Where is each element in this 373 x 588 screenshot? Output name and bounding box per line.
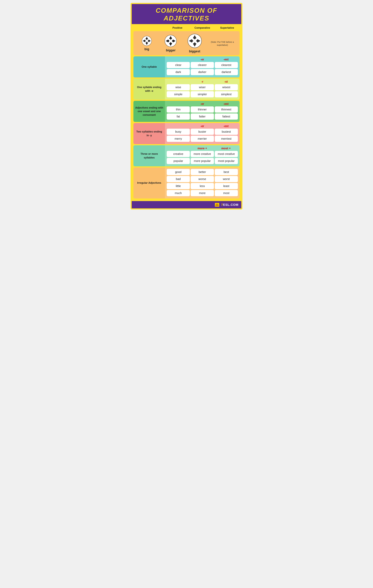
word-comparative-1: merrier <box>191 136 214 142</box>
word-comparative-0: better <box>191 169 214 175</box>
word-positive-1: bad <box>167 176 190 182</box>
section-label-two-syllables-y: Two syllables ending in -y <box>133 123 165 144</box>
section-content-two-syllables-y: -er-estbusybusierbusiestmerrymerriermerr… <box>165 123 240 144</box>
superlative-suffix: -est <box>214 125 238 128</box>
word-superlative-0: wisest <box>215 84 238 90</box>
word-superlative-0: clearest <box>215 62 238 68</box>
words-row: badworseworst <box>167 176 238 182</box>
word-positive-1: merry <box>167 136 190 142</box>
page-title: COMPARISON OF ADJECTIVES <box>135 7 238 22</box>
word-superlative-1: simplest <box>215 91 238 97</box>
words-row: wisewiserwisest <box>167 84 238 90</box>
word-positive-0: busy <box>167 129 190 135</box>
intro-positive: big <box>135 36 159 51</box>
header: COMPARISON OF ADJECTIVES <box>132 4 241 24</box>
superlative-suffix: most + <box>214 147 238 150</box>
word-superlative-1: fattest <box>215 114 238 120</box>
suffix-row: -r-st <box>167 80 238 83</box>
footer: 7ESL.COM <box>132 201 241 208</box>
words-row: clearclearerclearest <box>167 62 238 68</box>
logo-icon <box>215 203 219 207</box>
superlative-suffix: -st <box>214 80 238 83</box>
word-comparative-1: simpler <box>191 91 214 97</box>
word-superlative-1: darkest <box>215 69 238 75</box>
section-content-irregular: goodbetterbestbadworseworstlittlelesslea… <box>165 168 240 199</box>
word-comparative-1: more popular <box>191 158 214 164</box>
word-comparative-1: fatter <box>191 114 214 120</box>
words-row: goodbetterbest <box>167 169 238 175</box>
word-positive-0: creative <box>167 151 190 157</box>
comparative-suffix: -er <box>190 125 214 128</box>
suffix-row: -er-est <box>167 58 238 61</box>
poster: COMPARISON OF ADJECTIVES Positive Compar… <box>130 3 243 210</box>
word-comparative-2: less <box>191 183 214 189</box>
intro-row: big bigger <box>133 31 240 55</box>
word-positive-1: popular <box>167 158 190 164</box>
logo: 7ESL.COM <box>215 203 238 207</box>
word-comparative-3: more <box>191 190 214 196</box>
word-positive-1: simple <box>167 91 190 97</box>
word-comparative-0: wiser <box>191 84 214 90</box>
intro-comparative: bigger <box>159 35 183 52</box>
word-superlative-0: best <box>215 169 238 175</box>
word-comparative-0: thinner <box>191 106 214 113</box>
section-vowel-consonant: Adjectives ending with one vowel and one… <box>133 101 240 122</box>
words-row: merrymerriermerriest <box>167 136 238 142</box>
suffix-row: -er-est <box>167 102 238 105</box>
column-headers: Positive Comparative Superlative <box>133 26 240 30</box>
word-superlative-0: thinnest <box>215 106 238 113</box>
words-row: simplesimplersimplest <box>167 91 238 97</box>
words-row: littlelessleast <box>167 183 238 189</box>
section-one-syllable-e: One syllable ending with -e-r-stwisewise… <box>133 79 240 100</box>
col-positive: Positive <box>165 26 190 29</box>
words-row: muchmoremost <box>167 190 238 196</box>
word-positive-0: thin <box>167 106 190 113</box>
superlative-suffix: -est <box>214 58 238 61</box>
word-superlative-1: merriest <box>215 136 238 142</box>
superlative-note: (Note: Put THE before a superlative) <box>207 41 238 46</box>
soccer-ball-medium <box>165 35 177 47</box>
word-comparative-0: more creative <box>191 151 214 157</box>
section-label-one-syllable-e: One syllable ending with -e <box>133 79 165 100</box>
content: Positive Comparative Superlative big <box>132 24 241 201</box>
soccer-ball-small <box>142 36 152 46</box>
word-superlative-1: most popular <box>215 158 238 164</box>
intro-positive-word: big <box>144 47 149 51</box>
section-label-three-syllables: Three or more syllables <box>133 145 165 166</box>
comparative-suffix: -er <box>190 102 214 105</box>
word-positive-0: wise <box>167 84 190 90</box>
word-positive-0: clear <box>167 62 190 68</box>
section-content-one-syllable-e: -r-stwisewiserwisestsimplesimplersimples… <box>165 79 240 100</box>
comparative-suffix: -er <box>190 58 214 61</box>
words-row: popularmore popularmost popular <box>167 158 238 164</box>
word-positive-3: much <box>167 190 190 196</box>
logo-text: 7ESL.COM <box>221 203 238 207</box>
comparative-suffix: more + <box>190 147 214 150</box>
word-comparative-0: busier <box>191 129 214 135</box>
word-superlative-2: least <box>215 183 238 189</box>
sections-container: One syllable-er-estclearclearerclearestd… <box>133 56 240 199</box>
words-row: thinthinnerthinnest <box>167 106 238 113</box>
word-positive-2: little <box>167 183 190 189</box>
logo-7: 7 <box>221 203 223 207</box>
section-label-one-syllable: One syllable <box>133 56 165 77</box>
section-label-vowel-consonant: Adjectives ending with one vowel and one… <box>133 101 165 122</box>
words-row: darkdarkerdarkest <box>167 69 238 75</box>
section-two-syllables-y: Two syllables ending in -y-er-estbusybus… <box>133 123 240 144</box>
word-superlative-3: most <box>215 190 238 196</box>
words-row: creativemore creativemost creative <box>167 151 238 157</box>
comparative-suffix: -r <box>190 80 214 83</box>
col-superlative: Superlative <box>215 26 240 29</box>
suffix-row: more +most + <box>167 147 238 150</box>
word-superlative-0: most creative <box>215 151 238 157</box>
word-comparative-0: clearer <box>191 62 214 68</box>
suffix-row: -er-est <box>167 125 238 128</box>
intro-superlative-word: biggest <box>189 50 200 53</box>
intro-superlative: biggest <box>183 34 207 53</box>
soccer-ball-large <box>188 34 202 48</box>
section-one-syllable: One syllable-er-estclearclearerclearestd… <box>133 56 240 77</box>
superlative-suffix: -est <box>214 102 238 105</box>
section-content-one-syllable: -er-estclearclearerclearestdarkdarkerdar… <box>165 56 240 77</box>
intro-comparative-word: bigger <box>166 49 175 52</box>
word-comparative-1: worse <box>191 176 214 182</box>
